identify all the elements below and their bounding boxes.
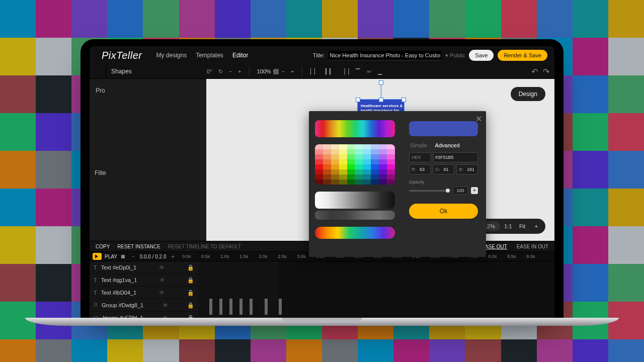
resize-handle[interactable] (379, 98, 383, 102)
align-top-icon[interactable]: ▔ (353, 68, 363, 75)
vivid-row[interactable] (315, 227, 395, 239)
nav-templates[interactable]: Templates (196, 52, 223, 59)
reset-instance-action[interactable]: RESET INSTANCE (117, 244, 160, 249)
toolbar: Shapes 0° ↻ − + 100% − + ▏▏ ▎▎ ▕▕ ▔ ═ ▁ … (90, 64, 554, 79)
lock-icon[interactable]: 🔒 (187, 277, 194, 284)
b-input[interactable] (465, 167, 477, 172)
render-save-button[interactable]: Render & Save (498, 50, 547, 61)
timeline-layer[interactable]: TText #qg1va_1👁🔒 (90, 274, 198, 287)
align-bottom-icon[interactable]: ▁ (375, 68, 385, 75)
visibility-icon[interactable]: 👁 (159, 290, 165, 296)
g-input[interactable] (442, 167, 454, 172)
ok-button[interactable]: Ok (409, 204, 478, 219)
timeline-layer[interactable]: ⠿Group #Dwtg8_1👁🔒 (90, 299, 198, 312)
timeline-zoom-in[interactable]: + (170, 254, 177, 259)
timeline-layer[interactable]: TText #lbD04_1👁🔒 (90, 287, 198, 299)
nav-editor[interactable]: Editor (232, 52, 248, 59)
zoom-1to1-button[interactable]: 1:1 (502, 223, 514, 229)
swatch-grid[interactable] (315, 144, 395, 185)
visibility-toggle[interactable]: ▾ Public (445, 52, 465, 59)
play-label: PLAY (105, 254, 117, 259)
opacity-value[interactable]: 100 (453, 187, 468, 195)
lock-icon[interactable]: 🔒 (187, 264, 194, 271)
zoom-in-button[interactable]: + (530, 223, 542, 229)
align-tools: ▏▏ ▎▎ ▕▕ ▔ ═ ▁ (307, 68, 385, 75)
undo-icon[interactable]: ↶ (531, 67, 538, 76)
hex-input[interactable] (434, 155, 467, 160)
color-preview (409, 121, 478, 136)
brand-logo: PixTeller (97, 47, 147, 64)
side-section-label: Pro (96, 87, 200, 94)
visibility-icon[interactable]: 👁 (159, 264, 165, 270)
color-picker: ✕ Simple Advanced HEX R: G: (309, 111, 486, 257)
reset-timeline-action[interactable]: RESET TIMELINE TO DEFAULT (168, 244, 241, 249)
resize-handle[interactable] (356, 98, 360, 102)
layer-name: Text #qg1va_1 (101, 277, 137, 283)
zoom-fit-button[interactable]: Fit (516, 223, 528, 229)
opacity-add-button[interactable]: + (471, 187, 478, 194)
close-icon[interactable]: ✕ (475, 114, 482, 124)
palette-row[interactable] (315, 120, 395, 137)
layer-name: Text #lbD04_1 (101, 290, 136, 296)
align-middle-icon[interactable]: ═ (364, 68, 374, 74)
zoom-out2-icon[interactable]: − (279, 68, 288, 74)
laptop-base (25, 318, 619, 326)
layer-type-icon: T (94, 277, 97, 283)
zoom-percent[interactable]: 100% (257, 68, 271, 74)
lock-icon[interactable]: 🔒 (187, 290, 194, 296)
tab-advanced[interactable]: Advanced (435, 142, 460, 148)
canvas-area[interactable]: Design Healthcare services & he (206, 79, 554, 241)
zoom-in2-icon[interactable]: + (288, 68, 297, 74)
side-panel: Pro Filte (90, 79, 206, 241)
visibility-icon[interactable]: 👁 (159, 277, 165, 283)
redo-icon[interactable]: ↷ (543, 67, 549, 76)
layer-name: Group #Dwtg8_1 (102, 302, 143, 308)
timeline-tracks[interactable] (198, 261, 554, 321)
save-button[interactable]: Save (469, 50, 494, 61)
resize-handle[interactable] (401, 98, 406, 102)
layer-type-icon: ⠿ (94, 302, 98, 309)
timeline-zoom-out[interactable]: − (130, 254, 137, 259)
nav-my-designs[interactable]: My designs (156, 52, 187, 59)
topbar: PixTeller My designs Templates Editor Ti… (90, 46, 554, 64)
tab-simple[interactable]: Simple (410, 142, 427, 148)
stop-button[interactable] (121, 255, 125, 258)
zoom-out-icon[interactable]: − (226, 68, 235, 74)
transparency-icon[interactable] (273, 69, 279, 74)
align-right-icon[interactable]: ▕▕ (338, 68, 352, 75)
opacity-label: Opacity (409, 179, 478, 185)
visibility-icon[interactable]: 👁 (163, 302, 168, 308)
zoom-in-icon[interactable]: + (235, 68, 244, 74)
design-mode-button[interactable]: Design (511, 87, 545, 101)
easing-option[interactable]: EASE IN OUT (517, 244, 548, 249)
hex-label: HEX (410, 155, 423, 160)
timeline-layer[interactable]: TText #eDp0i_1👁🔒 (90, 261, 198, 274)
timeline-time: 0.0.0 / 0.2.0 (140, 254, 167, 259)
rotate-icon[interactable]: ↻ (215, 68, 226, 75)
r-input[interactable] (418, 167, 430, 172)
play-button[interactable] (93, 253, 102, 260)
title-label: Title: (313, 52, 325, 58)
grayscale-row[interactable] (315, 192, 395, 209)
side-panel-tab[interactable]: Shapes (106, 68, 204, 75)
layer-name: Text #eDp0i_1 (101, 264, 136, 270)
rotate-angle-icon[interactable]: 0° (204, 68, 215, 74)
copy-action[interactable]: COPY (96, 244, 110, 249)
align-left-icon[interactable]: ▏▏ (307, 68, 321, 75)
title-input[interactable] (329, 51, 441, 60)
lock-icon[interactable]: 🔒 (187, 302, 194, 309)
layer-type-icon: T (94, 264, 97, 270)
align-center-icon[interactable]: ▎▎ (323, 68, 337, 75)
rotate-handle[interactable] (379, 80, 383, 85)
filter-label: Filte (95, 169, 106, 176)
layer-type-icon: T (94, 290, 97, 296)
opacity-slider[interactable] (409, 190, 450, 192)
grayscale-row2[interactable] (315, 211, 395, 220)
